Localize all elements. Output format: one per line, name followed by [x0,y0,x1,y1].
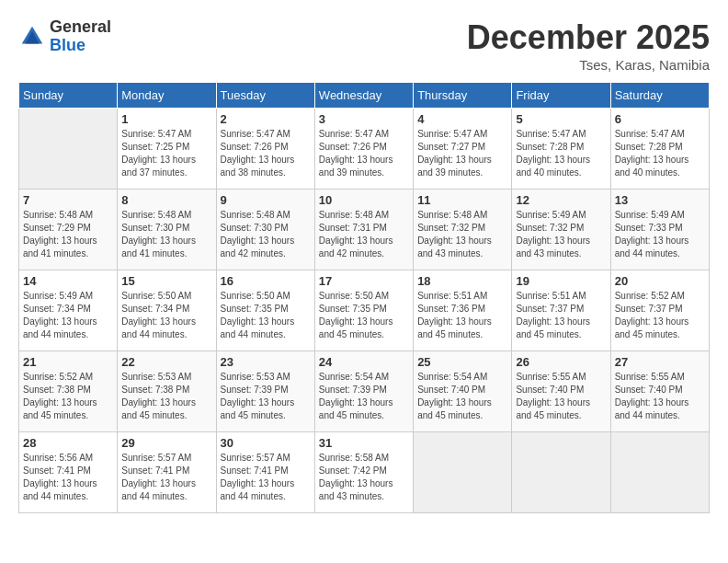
week-row: 1Sunrise: 5:47 AMSunset: 7:25 PMDaylight… [19,109,710,190]
day-number: 8 [121,193,211,207]
day-info: Sunrise: 5:51 AMSunset: 7:36 PMDaylight:… [417,290,507,341]
day-number: 7 [23,193,113,207]
calendar-cell: 23Sunrise: 5:53 AMSunset: 7:39 PMDayligh… [216,351,314,432]
day-number: 1 [121,112,211,126]
week-row: 28Sunrise: 5:56 AMSunset: 7:41 PMDayligh… [19,432,710,513]
day-info: Sunrise: 5:55 AMSunset: 7:40 PMDaylight:… [615,371,705,422]
calendar-header-row: SundayMondayTuesdayWednesdayThursdayFrid… [19,83,710,109]
day-info: Sunrise: 5:51 AMSunset: 7:37 PMDaylight:… [516,290,606,341]
day-info: Sunrise: 5:54 AMSunset: 7:39 PMDaylight:… [319,371,409,422]
calendar-day-header: Friday [512,83,610,109]
day-info: Sunrise: 5:56 AMSunset: 7:41 PMDaylight:… [23,452,113,503]
day-number: 4 [417,112,507,126]
day-number: 19 [516,274,606,288]
day-info: Sunrise: 5:50 AMSunset: 7:34 PMDaylight:… [121,290,211,341]
calendar-cell: 29Sunrise: 5:57 AMSunset: 7:41 PMDayligh… [118,432,216,513]
day-number: 30 [221,436,311,450]
calendar-day-header: Sunday [19,83,118,109]
day-number: 22 [121,355,211,369]
calendar-day-header: Monday [118,83,216,109]
day-info: Sunrise: 5:47 AMSunset: 7:28 PMDaylight:… [516,128,606,179]
day-number: 15 [121,274,211,288]
calendar-cell: 16Sunrise: 5:50 AMSunset: 7:35 PMDayligh… [216,270,314,351]
calendar-cell: 3Sunrise: 5:47 AMSunset: 7:26 PMDaylight… [314,109,413,190]
calendar-cell: 5Sunrise: 5:47 AMSunset: 7:28 PMDaylight… [512,109,610,190]
day-info: Sunrise: 5:53 AMSunset: 7:39 PMDaylight:… [221,371,311,422]
day-info: Sunrise: 5:49 AMSunset: 7:34 PMDaylight:… [23,290,113,341]
calendar-cell [512,432,610,513]
calendar-cell: 6Sunrise: 5:47 AMSunset: 7:28 PMDaylight… [610,109,709,190]
day-number: 11 [417,193,507,207]
day-number: 17 [319,274,409,288]
day-number: 28 [23,436,113,450]
calendar-cell: 26Sunrise: 5:55 AMSunset: 7:40 PMDayligh… [512,351,610,432]
logo-general: General [50,18,111,37]
day-info: Sunrise: 5:47 AMSunset: 7:25 PMDaylight:… [121,128,211,179]
day-number: 26 [516,355,606,369]
day-number: 24 [319,355,409,369]
calendar-cell: 15Sunrise: 5:50 AMSunset: 7:34 PMDayligh… [118,270,216,351]
day-number: 29 [121,436,211,450]
calendar-cell [610,432,709,513]
calendar-cell: 20Sunrise: 5:52 AMSunset: 7:37 PMDayligh… [610,270,709,351]
page-header: General Blue December 2025 Tses, Karas, … [18,18,710,73]
calendar-cell: 2Sunrise: 5:47 AMSunset: 7:26 PMDaylight… [216,109,314,190]
day-number: 14 [23,274,113,288]
calendar-cell: 30Sunrise: 5:57 AMSunset: 7:41 PMDayligh… [216,432,314,513]
logo-blue: Blue [50,37,111,55]
calendar-cell: 22Sunrise: 5:53 AMSunset: 7:38 PMDayligh… [118,351,216,432]
day-info: Sunrise: 5:58 AMSunset: 7:42 PMDaylight:… [319,452,409,503]
day-info: Sunrise: 5:50 AMSunset: 7:35 PMDaylight:… [319,290,409,341]
day-info: Sunrise: 5:50 AMSunset: 7:35 PMDaylight:… [221,290,311,341]
day-number: 25 [417,355,507,369]
title-section: December 2025 Tses, Karas, Namibia [467,18,710,73]
day-info: Sunrise: 5:52 AMSunset: 7:37 PMDaylight:… [615,290,705,341]
calendar-day-header: Wednesday [314,83,413,109]
day-info: Sunrise: 5:57 AMSunset: 7:41 PMDaylight:… [121,452,211,503]
calendar-cell: 31Sunrise: 5:58 AMSunset: 7:42 PMDayligh… [314,432,413,513]
logo-icon [18,23,46,51]
calendar-cell: 7Sunrise: 5:48 AMSunset: 7:29 PMDaylight… [19,190,118,270]
calendar-cell: 25Sunrise: 5:54 AMSunset: 7:40 PMDayligh… [414,351,512,432]
day-number: 10 [319,193,409,207]
calendar-table: SundayMondayTuesdayWednesdayThursdayFrid… [18,82,710,513]
day-info: Sunrise: 5:57 AMSunset: 7:41 PMDaylight:… [221,452,311,503]
calendar-cell: 12Sunrise: 5:49 AMSunset: 7:32 PMDayligh… [512,190,610,270]
calendar-cell: 28Sunrise: 5:56 AMSunset: 7:41 PMDayligh… [19,432,118,513]
calendar-cell: 13Sunrise: 5:49 AMSunset: 7:33 PMDayligh… [610,190,709,270]
calendar-day-header: Thursday [414,83,512,109]
logo: General Blue [18,18,111,55]
logo-text: General Blue [50,18,111,55]
day-info: Sunrise: 5:55 AMSunset: 7:40 PMDaylight:… [516,371,606,422]
calendar-cell [19,109,118,190]
day-info: Sunrise: 5:48 AMSunset: 7:29 PMDaylight:… [23,209,113,260]
week-row: 14Sunrise: 5:49 AMSunset: 7:34 PMDayligh… [19,270,710,351]
day-info: Sunrise: 5:54 AMSunset: 7:40 PMDaylight:… [417,371,507,422]
day-number: 27 [615,355,705,369]
day-info: Sunrise: 5:47 AMSunset: 7:26 PMDaylight:… [319,128,409,179]
day-info: Sunrise: 5:47 AMSunset: 7:26 PMDaylight:… [221,128,311,179]
day-number: 21 [23,355,113,369]
day-number: 12 [516,193,606,207]
day-number: 16 [221,274,311,288]
calendar-cell: 18Sunrise: 5:51 AMSunset: 7:36 PMDayligh… [414,270,512,351]
day-info: Sunrise: 5:52 AMSunset: 7:38 PMDaylight:… [23,371,113,422]
day-number: 13 [615,193,705,207]
day-number: 31 [319,436,409,450]
day-number: 23 [221,355,311,369]
week-row: 21Sunrise: 5:52 AMSunset: 7:38 PMDayligh… [19,351,710,432]
calendar-cell: 10Sunrise: 5:48 AMSunset: 7:31 PMDayligh… [314,190,413,270]
calendar-day-header: Tuesday [216,83,314,109]
day-number: 5 [516,112,606,126]
day-info: Sunrise: 5:48 AMSunset: 7:30 PMDaylight:… [121,209,211,260]
calendar-cell: 1Sunrise: 5:47 AMSunset: 7:25 PMDaylight… [118,109,216,190]
day-info: Sunrise: 5:48 AMSunset: 7:31 PMDaylight:… [319,209,409,260]
calendar-cell: 27Sunrise: 5:55 AMSunset: 7:40 PMDayligh… [610,351,709,432]
day-number: 20 [615,274,705,288]
calendar-cell: 24Sunrise: 5:54 AMSunset: 7:39 PMDayligh… [314,351,413,432]
day-number: 2 [221,112,311,126]
calendar-cell: 9Sunrise: 5:48 AMSunset: 7:30 PMDaylight… [216,190,314,270]
day-number: 6 [615,112,705,126]
calendar-cell: 14Sunrise: 5:49 AMSunset: 7:34 PMDayligh… [19,270,118,351]
day-info: Sunrise: 5:49 AMSunset: 7:33 PMDaylight:… [615,209,705,260]
